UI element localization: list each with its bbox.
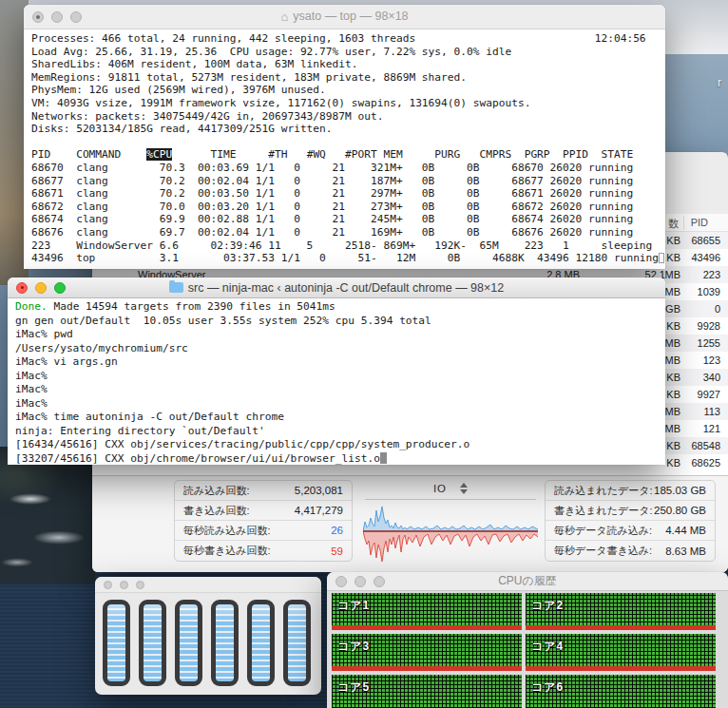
titlebar[interactable] bbox=[95, 577, 321, 593]
stat-row: 毎秒データ読み込み: 4.44 MB bbox=[546, 521, 715, 541]
titlebar[interactable]: ⌂ysato — top — 98×18 bbox=[24, 5, 665, 29]
stat-label: 毎秒データ読み込み: bbox=[554, 524, 652, 538]
close-button[interactable] bbox=[104, 581, 112, 589]
core-red-strip bbox=[332, 666, 522, 671]
mem-unit: MB bbox=[665, 337, 681, 349]
mem-unit: KB bbox=[666, 372, 680, 383]
io-popup-label[interactable]: IO bbox=[433, 483, 447, 494]
header-post: TIME #TH #WQ #PORT MEM PURG CMPRS PGRP P… bbox=[172, 148, 633, 161]
terminal-output[interactable]: Done. Made 14594 targets from 2390 files… bbox=[8, 298, 665, 465]
process-row: 68671 clang 70.2 00:03.50 1/1 0 21 297M+… bbox=[31, 187, 658, 201]
terminal-table-header: PID COMMAND %CPU TIME #TH #WQ #PORT MEM … bbox=[31, 148, 658, 162]
text-cursor bbox=[659, 253, 664, 263]
terminal-line: iMac% bbox=[15, 397, 658, 411]
titlebar[interactable]: src — ninja-mac ‹ autoninja -C out/Defau… bbox=[8, 277, 665, 298]
terminal-line: iMac% pwd bbox=[15, 328, 658, 342]
line-rest: Made 14594 targets from 2390 files in 50… bbox=[48, 300, 335, 313]
terminal-line: iMac% vi args.gn bbox=[15, 355, 658, 370]
terminal-line: [33207/45616] CXX obj/chrome/browser/ui/… bbox=[15, 452, 658, 466]
terminal-line: MemRegions: 91811 total, 5273M resident,… bbox=[31, 71, 658, 85]
terminal-line: PhysMem: 12G used (2569M wired), 3976M u… bbox=[31, 84, 658, 97]
cpu-meter-6 bbox=[283, 600, 311, 686]
stat-row: 読み込まれたデータ: 185.03 GB bbox=[546, 481, 715, 501]
minimize-button[interactable] bbox=[120, 581, 128, 589]
core-red-strip bbox=[332, 625, 522, 630]
terminal-line: Load Avg: 25.66, 31.19, 25.36 CPU usage:… bbox=[31, 46, 658, 59]
pid-value: 1039 bbox=[698, 286, 720, 297]
mem-unit: MB bbox=[665, 269, 681, 280]
core-history-panel-5: コア5 bbox=[332, 675, 522, 708]
core-label: コア1 bbox=[337, 598, 370, 614]
pid-value: 9928 bbox=[698, 320, 720, 332]
stat-row: 毎秒読み込み回数: 26 bbox=[175, 521, 352, 541]
disk-stats-pane: 読み込み回数: 5,203,081 書き込み回数: 4,417,279 毎秒読み… bbox=[92, 475, 728, 572]
stat-row: 書き込まれたデータ: 250.80 GB bbox=[546, 501, 715, 521]
process-row: 68672 clang 70.0 00:03.20 1/1 0 21 273M+… bbox=[31, 201, 658, 214]
pid-value: 121 bbox=[703, 423, 720, 434]
terminal-line: SharedLibs: 406M resident, 100M data, 63… bbox=[31, 58, 658, 71]
core-red-strip bbox=[526, 666, 716, 671]
stat-value-writes-per-sec: 59 bbox=[331, 545, 343, 557]
text-cursor bbox=[380, 452, 387, 464]
line-text: [33207/45616] CXX obj/chrome/browser/ui/… bbox=[15, 452, 380, 465]
terminal-line: iMac% bbox=[15, 370, 658, 384]
io-separator bbox=[365, 499, 536, 500]
stat-value: 4.44 MB bbox=[665, 525, 706, 536]
mem-unit: KB bbox=[666, 389, 680, 400]
folder-icon bbox=[169, 282, 183, 293]
stat-label: 毎秒データ書き込み: bbox=[554, 544, 652, 558]
terminal-build-window: src — ninja-mac ‹ autoninja -C out/Defau… bbox=[8, 277, 665, 465]
popup-chevrons-icon[interactable] bbox=[460, 483, 468, 494]
pid-value: 0 bbox=[715, 303, 720, 315]
terminal-line: ninja: Entering directory `out/Default' bbox=[15, 425, 658, 439]
done-status: Done. bbox=[15, 300, 48, 313]
stat-row: 毎秒書き込み回数: 59 bbox=[175, 541, 352, 561]
io-graph-block: IO bbox=[361, 480, 540, 571]
stat-row: 書き込み回数: 4,417,279 bbox=[175, 501, 352, 521]
mem-unit: MB bbox=[665, 423, 681, 434]
stat-value: 185.03 GB bbox=[654, 485, 706, 496]
column-header-pid[interactable]: PID bbox=[691, 217, 708, 228]
titlebar[interactable]: CPUの履歴 bbox=[327, 572, 728, 591]
terminal-output[interactable]: Processes: 466 total, 24 running, 442 sl… bbox=[24, 29, 665, 269]
cpu-meter-4 bbox=[211, 600, 239, 686]
core-label: コア4 bbox=[531, 639, 564, 655]
zoom-button[interactable] bbox=[136, 581, 144, 589]
pid-value: 123 bbox=[703, 354, 720, 366]
terminal-line: [16434/45616] CXX obj/services/tracing/p… bbox=[15, 438, 658, 452]
pid-value: 68655 bbox=[691, 235, 720, 246]
terminal-line: Processes: 466 total, 24 running, 442 sl… bbox=[31, 32, 658, 46]
window-title: CPUの履歴 bbox=[327, 573, 728, 589]
mem-unit: KB bbox=[666, 320, 680, 332]
header-pre: PID COMMAND bbox=[31, 148, 146, 161]
stat-row: 読み込み回数: 5,203,081 bbox=[175, 481, 352, 501]
stat-label: 毎秒読み込み回数: bbox=[183, 524, 271, 538]
core-label: コア6 bbox=[531, 679, 564, 696]
wallpaper-cliff bbox=[0, 447, 95, 584]
pid-value: 223 bbox=[703, 269, 720, 280]
process-row: 68674 clang 69.9 00:02.88 1/1 0 21 245M+… bbox=[31, 213, 658, 226]
terminal-line: Networks: packets: 34075449/42G in, 2069… bbox=[31, 110, 658, 124]
desktop: r 数 PID KB 68655 KB 43496 WindowServer 2… bbox=[0, 0, 728, 708]
cpu-meter-window bbox=[95, 577, 321, 695]
column-divider bbox=[683, 216, 684, 230]
process-row-text: 43496 top 3.1 03:37.53 1/1 0 51- 12M 0B … bbox=[31, 252, 659, 264]
terminal-line: gn gen out/Default 10.05s user 3.55s sys… bbox=[15, 315, 658, 329]
stat-label: 書き込まれたデータ: bbox=[554, 504, 653, 518]
stat-label: 書き込み回数: bbox=[183, 504, 250, 518]
process-row: 43496 top 3.1 03:37.53 1/1 0 51- 12M 0B … bbox=[31, 252, 658, 265]
column-header-partial[interactable]: 数 bbox=[668, 217, 679, 231]
core-red-strip bbox=[526, 625, 716, 630]
core-history-panel-4: コア4 bbox=[526, 634, 716, 671]
desktop-icon-label-fragment[interactable]: r bbox=[718, 76, 721, 89]
pid-value: 68625 bbox=[691, 457, 720, 469]
stat-value: 8.63 MB bbox=[665, 545, 706, 557]
process-row: 68670 clang 70.3 00:03.69 1/1 0 21 321M+… bbox=[31, 162, 658, 175]
cpu-meter-3 bbox=[175, 600, 202, 686]
cpu-meter-2 bbox=[139, 600, 166, 686]
terminal-line: Disks: 5203134/185G read, 4417309/251G w… bbox=[31, 123, 658, 136]
stat-value: 5,203,081 bbox=[295, 485, 343, 496]
terminal-line: iMac% bbox=[15, 383, 658, 397]
mem-unit: KB bbox=[666, 235, 680, 246]
mem-unit: MB bbox=[665, 406, 681, 417]
